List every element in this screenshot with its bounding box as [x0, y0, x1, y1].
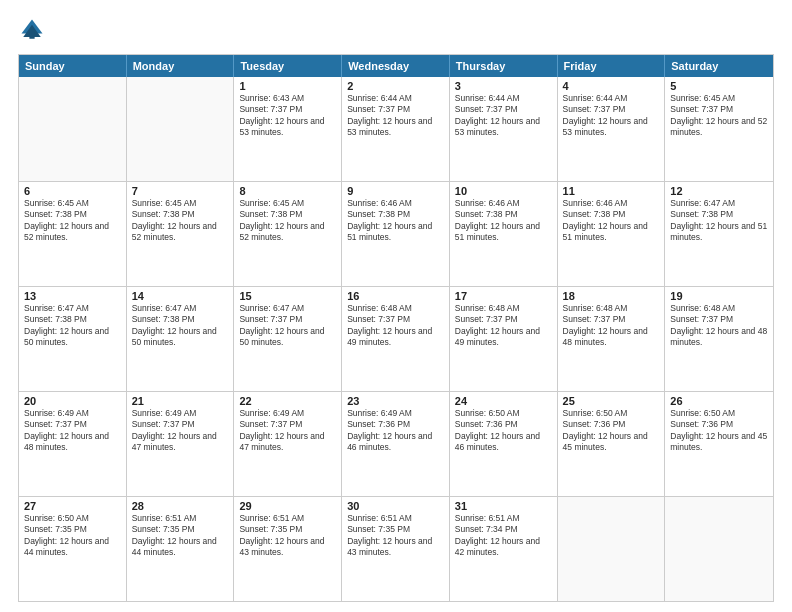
day-info: Sunrise: 6:49 AM Sunset: 7:37 PM Dayligh…	[239, 408, 336, 454]
calendar-day-10: 10Sunrise: 6:46 AM Sunset: 7:38 PM Dayli…	[450, 182, 558, 286]
day-number: 25	[563, 395, 660, 407]
day-info: Sunrise: 6:51 AM Sunset: 7:35 PM Dayligh…	[132, 513, 229, 559]
day-info: Sunrise: 6:45 AM Sunset: 7:38 PM Dayligh…	[24, 198, 121, 244]
calendar-day-25: 25Sunrise: 6:50 AM Sunset: 7:36 PM Dayli…	[558, 392, 666, 496]
day-number: 1	[239, 80, 336, 92]
header-day-sunday: Sunday	[19, 55, 127, 77]
calendar-week-3: 13Sunrise: 6:47 AM Sunset: 7:38 PM Dayli…	[19, 286, 773, 391]
day-info: Sunrise: 6:45 AM Sunset: 7:38 PM Dayligh…	[132, 198, 229, 244]
calendar-day-7: 7Sunrise: 6:45 AM Sunset: 7:38 PM Daylig…	[127, 182, 235, 286]
day-info: Sunrise: 6:47 AM Sunset: 7:38 PM Dayligh…	[132, 303, 229, 349]
day-number: 29	[239, 500, 336, 512]
logo-icon	[18, 16, 46, 44]
day-number: 18	[563, 290, 660, 302]
day-info: Sunrise: 6:44 AM Sunset: 7:37 PM Dayligh…	[347, 93, 444, 139]
day-number: 14	[132, 290, 229, 302]
day-info: Sunrise: 6:49 AM Sunset: 7:37 PM Dayligh…	[24, 408, 121, 454]
calendar-day-17: 17Sunrise: 6:48 AM Sunset: 7:37 PM Dayli…	[450, 287, 558, 391]
calendar-header: SundayMondayTuesdayWednesdayThursdayFrid…	[19, 55, 773, 77]
day-info: Sunrise: 6:50 AM Sunset: 7:36 PM Dayligh…	[455, 408, 552, 454]
calendar-body: 1Sunrise: 6:43 AM Sunset: 7:37 PM Daylig…	[19, 77, 773, 601]
calendar-day-11: 11Sunrise: 6:46 AM Sunset: 7:38 PM Dayli…	[558, 182, 666, 286]
day-info: Sunrise: 6:43 AM Sunset: 7:37 PM Dayligh…	[239, 93, 336, 139]
calendar-week-5: 27Sunrise: 6:50 AM Sunset: 7:35 PM Dayli…	[19, 496, 773, 601]
header-day-thursday: Thursday	[450, 55, 558, 77]
calendar-day-16: 16Sunrise: 6:48 AM Sunset: 7:37 PM Dayli…	[342, 287, 450, 391]
day-number: 31	[455, 500, 552, 512]
day-number: 8	[239, 185, 336, 197]
calendar-day-14: 14Sunrise: 6:47 AM Sunset: 7:38 PM Dayli…	[127, 287, 235, 391]
day-number: 30	[347, 500, 444, 512]
day-number: 26	[670, 395, 768, 407]
day-number: 13	[24, 290, 121, 302]
day-number: 24	[455, 395, 552, 407]
day-info: Sunrise: 6:50 AM Sunset: 7:36 PM Dayligh…	[670, 408, 768, 454]
calendar-week-4: 20Sunrise: 6:49 AM Sunset: 7:37 PM Dayli…	[19, 391, 773, 496]
day-number: 17	[455, 290, 552, 302]
calendar-day-empty	[558, 497, 666, 601]
calendar-day-31: 31Sunrise: 6:51 AM Sunset: 7:34 PM Dayli…	[450, 497, 558, 601]
calendar-day-9: 9Sunrise: 6:46 AM Sunset: 7:38 PM Daylig…	[342, 182, 450, 286]
calendar-day-13: 13Sunrise: 6:47 AM Sunset: 7:38 PM Dayli…	[19, 287, 127, 391]
header	[18, 16, 774, 44]
calendar-day-6: 6Sunrise: 6:45 AM Sunset: 7:38 PM Daylig…	[19, 182, 127, 286]
calendar-day-1: 1Sunrise: 6:43 AM Sunset: 7:37 PM Daylig…	[234, 77, 342, 181]
day-number: 28	[132, 500, 229, 512]
calendar-day-empty	[19, 77, 127, 181]
day-info: Sunrise: 6:51 AM Sunset: 7:35 PM Dayligh…	[239, 513, 336, 559]
day-number: 2	[347, 80, 444, 92]
day-info: Sunrise: 6:47 AM Sunset: 7:38 PM Dayligh…	[24, 303, 121, 349]
calendar-day-empty	[127, 77, 235, 181]
logo	[18, 16, 50, 44]
calendar-day-28: 28Sunrise: 6:51 AM Sunset: 7:35 PM Dayli…	[127, 497, 235, 601]
day-info: Sunrise: 6:46 AM Sunset: 7:38 PM Dayligh…	[455, 198, 552, 244]
day-info: Sunrise: 6:44 AM Sunset: 7:37 PM Dayligh…	[563, 93, 660, 139]
day-number: 23	[347, 395, 444, 407]
calendar-day-18: 18Sunrise: 6:48 AM Sunset: 7:37 PM Dayli…	[558, 287, 666, 391]
day-number: 20	[24, 395, 121, 407]
calendar-day-20: 20Sunrise: 6:49 AM Sunset: 7:37 PM Dayli…	[19, 392, 127, 496]
day-number: 6	[24, 185, 121, 197]
day-number: 5	[670, 80, 768, 92]
calendar-week-2: 6Sunrise: 6:45 AM Sunset: 7:38 PM Daylig…	[19, 181, 773, 286]
calendar-day-empty	[665, 497, 773, 601]
day-info: Sunrise: 6:49 AM Sunset: 7:36 PM Dayligh…	[347, 408, 444, 454]
calendar-day-27: 27Sunrise: 6:50 AM Sunset: 7:35 PM Dayli…	[19, 497, 127, 601]
calendar-day-30: 30Sunrise: 6:51 AM Sunset: 7:35 PM Dayli…	[342, 497, 450, 601]
day-info: Sunrise: 6:48 AM Sunset: 7:37 PM Dayligh…	[347, 303, 444, 349]
day-number: 22	[239, 395, 336, 407]
day-number: 19	[670, 290, 768, 302]
day-number: 3	[455, 80, 552, 92]
calendar-day-21: 21Sunrise: 6:49 AM Sunset: 7:37 PM Dayli…	[127, 392, 235, 496]
day-number: 12	[670, 185, 768, 197]
day-info: Sunrise: 6:44 AM Sunset: 7:37 PM Dayligh…	[455, 93, 552, 139]
day-number: 16	[347, 290, 444, 302]
svg-rect-2	[29, 32, 34, 39]
day-info: Sunrise: 6:47 AM Sunset: 7:38 PM Dayligh…	[670, 198, 768, 244]
day-info: Sunrise: 6:50 AM Sunset: 7:35 PM Dayligh…	[24, 513, 121, 559]
calendar-day-12: 12Sunrise: 6:47 AM Sunset: 7:38 PM Dayli…	[665, 182, 773, 286]
day-number: 7	[132, 185, 229, 197]
day-info: Sunrise: 6:48 AM Sunset: 7:37 PM Dayligh…	[455, 303, 552, 349]
header-day-monday: Monday	[127, 55, 235, 77]
calendar-day-15: 15Sunrise: 6:47 AM Sunset: 7:37 PM Dayli…	[234, 287, 342, 391]
day-number: 11	[563, 185, 660, 197]
day-number: 15	[239, 290, 336, 302]
header-day-tuesday: Tuesday	[234, 55, 342, 77]
calendar-day-5: 5Sunrise: 6:45 AM Sunset: 7:37 PM Daylig…	[665, 77, 773, 181]
day-info: Sunrise: 6:51 AM Sunset: 7:34 PM Dayligh…	[455, 513, 552, 559]
day-info: Sunrise: 6:45 AM Sunset: 7:37 PM Dayligh…	[670, 93, 768, 139]
day-info: Sunrise: 6:50 AM Sunset: 7:36 PM Dayligh…	[563, 408, 660, 454]
calendar-day-24: 24Sunrise: 6:50 AM Sunset: 7:36 PM Dayli…	[450, 392, 558, 496]
day-info: Sunrise: 6:47 AM Sunset: 7:37 PM Dayligh…	[239, 303, 336, 349]
day-number: 4	[563, 80, 660, 92]
day-number: 10	[455, 185, 552, 197]
day-number: 27	[24, 500, 121, 512]
header-day-friday: Friday	[558, 55, 666, 77]
calendar-day-2: 2Sunrise: 6:44 AM Sunset: 7:37 PM Daylig…	[342, 77, 450, 181]
calendar-day-8: 8Sunrise: 6:45 AM Sunset: 7:38 PM Daylig…	[234, 182, 342, 286]
calendar-week-1: 1Sunrise: 6:43 AM Sunset: 7:37 PM Daylig…	[19, 77, 773, 181]
calendar-day-4: 4Sunrise: 6:44 AM Sunset: 7:37 PM Daylig…	[558, 77, 666, 181]
header-day-saturday: Saturday	[665, 55, 773, 77]
calendar-day-29: 29Sunrise: 6:51 AM Sunset: 7:35 PM Dayli…	[234, 497, 342, 601]
